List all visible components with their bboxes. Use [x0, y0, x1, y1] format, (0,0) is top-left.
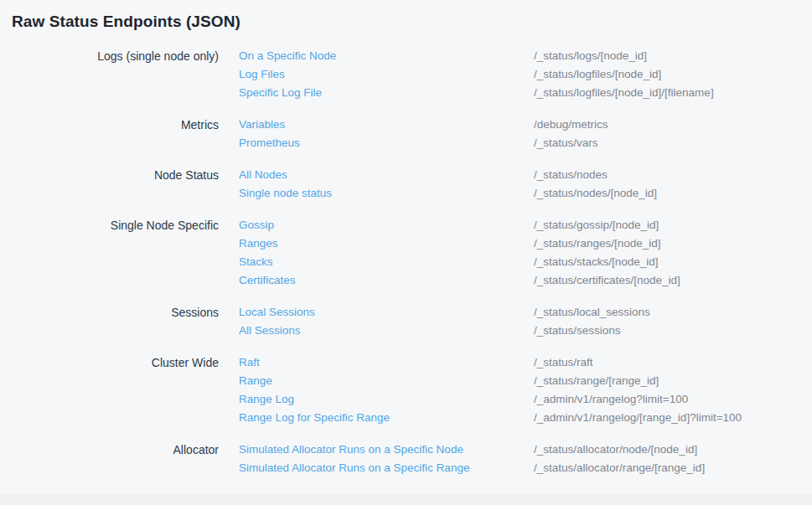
endpoint-row: Gossip /_status/gossip/[node_id]	[239, 216, 812, 234]
endpoint-row: Range /_status/range/[range_id]	[239, 372, 812, 390]
category-label: Node Status	[0, 166, 239, 203]
endpoint-path: /_admin/v1/rangelog/[range_id]?limit=100	[534, 409, 742, 427]
endpoint-table: Logs (single node only) On a Specific No…	[0, 47, 812, 477]
endpoint-row: Ranges /_status/ranges/[node_id]	[239, 234, 812, 253]
endpoint-rows: Gossip /_status/gossip/[node_id] Ranges …	[239, 216, 812, 290]
endpoint-link[interactable]: Local Sessions	[239, 303, 534, 322]
endpoint-link[interactable]: Range Log for Specific Range	[239, 409, 534, 427]
endpoint-row: Simulated Allocator Runs on a Specific N…	[239, 441, 812, 459]
category-label: Cluster Wide	[0, 353, 239, 427]
endpoint-row: Prometheus /_status/vars	[239, 134, 812, 152]
endpoint-link[interactable]: Range	[239, 372, 534, 390]
endpoint-group: Logs (single node only) On a Specific No…	[0, 47, 812, 102]
endpoint-row: Range Log /_admin/v1/rangelog?limit=100	[239, 390, 812, 409]
endpoint-group: Allocator Simulated Allocator Runs on a …	[0, 441, 812, 477]
endpoint-link[interactable]: Gossip	[239, 216, 534, 234]
endpoint-link[interactable]: Single node status	[239, 184, 534, 203]
endpoint-link[interactable]: Simulated Allocator Runs on a Specific R…	[239, 459, 534, 477]
endpoint-rows: On a Specific Node /_status/logs/[node_i…	[239, 47, 812, 102]
endpoint-path: /_status/logs/[node_id]	[534, 47, 647, 65]
endpoint-row: Stacks /_status/stacks/[node_id]	[239, 253, 812, 271]
endpoint-path: /_status/gossip/[node_id]	[534, 216, 659, 234]
endpoint-rows: All Nodes /_status/nodes Single node sta…	[239, 166, 812, 203]
endpoint-row: Variables /debug/metrics	[239, 116, 812, 134]
endpoint-path: /_status/logfiles/[node_id]/[filename]	[534, 84, 714, 102]
endpoint-path: /_status/nodes	[534, 166, 608, 184]
endpoint-link[interactable]: Range Log	[239, 390, 534, 409]
endpoint-rows: Variables /debug/metrics Prometheus /_st…	[239, 116, 812, 152]
footer-strip	[0, 494, 812, 505]
endpoint-rows: Local Sessions /_status/local_sessions A…	[239, 303, 812, 340]
endpoint-group: Metrics Variables /debug/metrics Prometh…	[0, 116, 812, 152]
endpoint-link[interactable]: Prometheus	[239, 134, 534, 152]
category-label: Logs (single node only)	[0, 47, 239, 102]
endpoint-path: /debug/metrics	[534, 116, 608, 134]
endpoint-group: Node Status All Nodes /_status/nodes Sin…	[0, 166, 812, 203]
endpoint-path: /_status/allocator/range/[range_id]	[534, 459, 705, 477]
endpoint-link[interactable]: Log Files	[239, 65, 534, 84]
endpoint-link[interactable]: Stacks	[239, 253, 534, 271]
endpoint-path: /_admin/v1/rangelog?limit=100	[534, 390, 688, 409]
endpoint-link[interactable]: Certificates	[239, 271, 534, 290]
endpoint-link[interactable]: Variables	[239, 116, 534, 134]
endpoint-row: Raft /_status/raft	[239, 353, 812, 372]
endpoint-row: On a Specific Node /_status/logs/[node_i…	[239, 47, 812, 65]
endpoint-row: Range Log for Specific Range /_admin/v1/…	[239, 409, 812, 427]
endpoint-row: Local Sessions /_status/local_sessions	[239, 303, 812, 322]
endpoint-path: /_status/logfiles/[node_id]	[534, 65, 661, 84]
endpoint-path: /_status/raft	[534, 353, 593, 372]
page-title: Raw Status Endpoints (JSON)	[12, 11, 812, 33]
endpoint-path: /_status/range/[range_id]	[534, 372, 659, 390]
endpoint-group: Single Node Specific Gossip /_status/gos…	[0, 216, 812, 290]
endpoint-rows: Raft /_status/raft Range /_status/range/…	[239, 353, 812, 427]
endpoint-link[interactable]: Raft	[239, 353, 534, 372]
endpoint-link[interactable]: On a Specific Node	[239, 47, 534, 65]
endpoint-path: /_status/nodes/[node_id]	[534, 184, 657, 203]
endpoint-link[interactable]: Ranges	[239, 234, 534, 253]
category-label: Metrics	[0, 116, 239, 152]
endpoint-row: Certificates /_status/certificates/[node…	[239, 271, 812, 290]
endpoint-group: Sessions Local Sessions /_status/local_s…	[0, 303, 812, 340]
endpoint-link[interactable]: All Sessions	[239, 322, 534, 340]
endpoint-row: Single node status /_status/nodes/[node_…	[239, 184, 812, 203]
endpoint-path: /_status/vars	[534, 134, 598, 152]
endpoint-row: All Nodes /_status/nodes	[239, 166, 812, 184]
endpoint-path: /_status/stacks/[node_id]	[534, 253, 659, 271]
category-label: Single Node Specific	[0, 216, 239, 290]
category-label: Allocator	[0, 441, 239, 477]
endpoint-path: /_status/allocator/node/[node_id]	[534, 441, 697, 459]
endpoint-link[interactable]: All Nodes	[239, 166, 534, 184]
endpoint-group: Cluster Wide Raft /_status/raft Range /_…	[0, 353, 812, 427]
category-label: Sessions	[0, 303, 239, 340]
endpoint-path: /_status/ranges/[node_id]	[534, 234, 661, 253]
endpoint-row: Simulated Allocator Runs on a Specific R…	[239, 459, 812, 477]
endpoint-row: Specific Log File /_status/logfiles/[nod…	[239, 84, 812, 102]
endpoint-path: /_status/local_sessions	[534, 303, 650, 322]
endpoint-link[interactable]: Simulated Allocator Runs on a Specific N…	[239, 441, 534, 459]
endpoint-row: Log Files /_status/logfiles/[node_id]	[239, 65, 812, 84]
endpoint-path: /_status/certificates/[node_id]	[534, 271, 680, 290]
endpoint-rows: Simulated Allocator Runs on a Specific N…	[239, 441, 812, 477]
endpoint-link[interactable]: Specific Log File	[239, 84, 534, 102]
endpoint-path: /_status/sessions	[534, 322, 621, 340]
endpoint-row: All Sessions /_status/sessions	[239, 322, 812, 340]
